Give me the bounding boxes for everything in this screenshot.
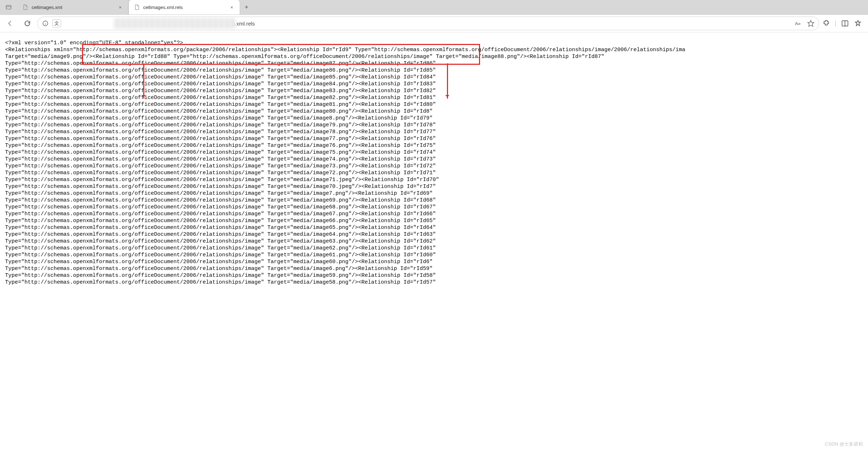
annotation-arrow <box>447 63 448 99</box>
address-bar[interactable]: 文 xl/_rels/cellimages.xml.rels A» <box>37 17 819 30</box>
browser-tab-strip: cellimages.xml × cellimages.xml.rels × + <box>0 0 868 15</box>
redacted-path-segment <box>113 18 236 29</box>
new-tab-button[interactable]: + <box>240 0 253 14</box>
split-screen-icon[interactable] <box>841 19 849 28</box>
watermark-text: CSDN @士多碧莉 <box>825 441 863 447</box>
address-bar-actions: A» <box>794 20 814 27</box>
tab-cellimages-xml-rels[interactable]: cellimages.xml.rels × <box>128 0 240 14</box>
svg-marker-5 <box>808 21 814 27</box>
close-icon[interactable]: × <box>117 4 123 10</box>
browser-toolbar: 文 xl/_rels/cellimages.xml.rels A» | <box>0 15 868 32</box>
tab-cellimages-xml[interactable]: cellimages.xml × <box>17 0 128 14</box>
xml-view: <?xml version="1.0" encoding="UTF-8" sta… <box>0 36 868 451</box>
refresh-button[interactable] <box>20 16 35 31</box>
file-icon <box>134 4 140 10</box>
read-aloud-icon[interactable]: A» <box>794 20 801 27</box>
site-info-icon[interactable] <box>42 20 49 27</box>
extensions-icon[interactable] <box>822 19 831 28</box>
favorites-list-icon[interactable] <box>854 19 862 28</box>
toolbar-right-actions: | <box>822 19 865 28</box>
translate-icon[interactable]: 文 <box>52 19 61 27</box>
tab-title: cellimages.xml <box>32 5 114 10</box>
favorite-icon[interactable] <box>807 20 814 27</box>
tab-actions-button[interactable] <box>0 0 17 14</box>
annotation-arrow <box>143 63 144 99</box>
file-icon <box>22 4 28 10</box>
tab-title: cellimages.xml.rels <box>143 5 225 10</box>
svg-marker-8 <box>855 21 861 26</box>
back-button[interactable] <box>3 16 17 31</box>
svg-rect-0 <box>6 5 11 9</box>
close-icon[interactable]: × <box>229 4 235 10</box>
